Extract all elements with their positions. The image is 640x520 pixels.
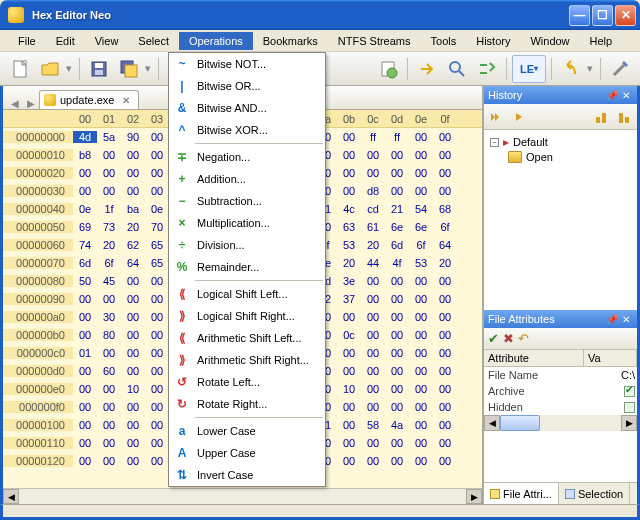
- panel-pin-icon[interactable]: 📌: [605, 90, 619, 101]
- attr-value[interactable]: [584, 386, 637, 397]
- save-all-button[interactable]: [115, 55, 143, 83]
- attr-tab-selection[interactable]: Selection: [559, 483, 630, 504]
- menu-item-multiplication[interactable]: ×Multiplication...: [169, 212, 325, 234]
- history-root-node[interactable]: − ▸ Default: [490, 134, 631, 150]
- hex-byte[interactable]: 00: [121, 293, 145, 305]
- hex-byte[interactable]: 00: [73, 419, 97, 431]
- hex-byte[interactable]: 00: [433, 275, 457, 287]
- hex-byte[interactable]: 00: [145, 149, 169, 161]
- hex-byte[interactable]: 00: [409, 383, 433, 395]
- hex-byte[interactable]: 00: [121, 329, 145, 341]
- hex-byte[interactable]: 00: [97, 455, 121, 467]
- menu-item-arithmetic-shift-left[interactable]: ⟪Arithmetic Shift Left...: [169, 327, 325, 349]
- menu-item-rotate-right[interactable]: ↻Rotate Right...: [169, 393, 325, 415]
- hex-byte[interactable]: 00: [73, 293, 97, 305]
- open-dropdown-arrow[interactable]: ▾: [66, 62, 74, 75]
- hex-byte[interactable]: 00: [145, 347, 169, 359]
- hex-byte[interactable]: 00: [409, 293, 433, 305]
- hex-byte[interactable]: 6e: [409, 221, 433, 233]
- goto-button[interactable]: [413, 55, 441, 83]
- replace-button[interactable]: [473, 55, 501, 83]
- hex-byte[interactable]: 00: [337, 149, 361, 161]
- hex-byte[interactable]: 00: [361, 311, 385, 323]
- hex-byte[interactable]: 00: [409, 131, 433, 143]
- hex-byte[interactable]: 00: [433, 293, 457, 305]
- hex-byte[interactable]: 00: [433, 383, 457, 395]
- hex-byte[interactable]: 00: [73, 185, 97, 197]
- hex-byte[interactable]: 00: [385, 329, 409, 341]
- hex-byte[interactable]: 00: [385, 293, 409, 305]
- hex-byte[interactable]: 00: [433, 329, 457, 341]
- hex-byte[interactable]: 00: [337, 437, 361, 449]
- hex-byte[interactable]: 00: [361, 149, 385, 161]
- hex-byte[interactable]: 20: [97, 239, 121, 251]
- hex-byte[interactable]: 00: [409, 329, 433, 341]
- hex-byte[interactable]: 00: [73, 455, 97, 467]
- hex-byte[interactable]: 4c: [337, 203, 361, 215]
- hex-byte[interactable]: 4a: [385, 419, 409, 431]
- hex-byte[interactable]: 00: [385, 347, 409, 359]
- menu-help[interactable]: Help: [580, 32, 623, 50]
- hex-byte[interactable]: 00: [385, 365, 409, 377]
- hex-byte[interactable]: 4f: [385, 257, 409, 269]
- hex-byte[interactable]: 69: [73, 221, 97, 233]
- hex-byte[interactable]: 00: [385, 167, 409, 179]
- hex-byte[interactable]: 00: [121, 437, 145, 449]
- attr-col-value[interactable]: Va: [584, 350, 637, 366]
- hex-byte[interactable]: 00: [433, 311, 457, 323]
- menu-item-bitwise-and[interactable]: &Bitwise AND...: [169, 97, 325, 119]
- hex-byte[interactable]: 00: [433, 419, 457, 431]
- hex-byte[interactable]: 01: [73, 347, 97, 359]
- tree-collapse-icon[interactable]: −: [490, 138, 499, 147]
- save-button[interactable]: [85, 55, 113, 83]
- menu-bookmarks[interactable]: Bookmarks: [253, 32, 328, 50]
- hex-byte[interactable]: 20: [361, 239, 385, 251]
- hex-byte[interactable]: 00: [409, 311, 433, 323]
- menu-ntfs-streams[interactable]: NTFS Streams: [328, 32, 421, 50]
- hex-byte[interactable]: 00: [145, 275, 169, 287]
- hex-byte[interactable]: 00: [385, 383, 409, 395]
- menu-item-addition[interactable]: +Addition...: [169, 168, 325, 190]
- menu-select[interactable]: Select: [128, 32, 179, 50]
- hex-byte[interactable]: 65: [145, 257, 169, 269]
- hex-byte[interactable]: 00: [97, 149, 121, 161]
- hex-byte[interactable]: 10: [337, 383, 361, 395]
- menu-item-arithmetic-shift-right[interactable]: ⟫Arithmetic Shift Right...: [169, 349, 325, 371]
- menu-item-logical-shift-right[interactable]: ⟫Logical Shift Right...: [169, 305, 325, 327]
- hex-byte[interactable]: 6f: [409, 239, 433, 251]
- hex-byte[interactable]: 73: [97, 221, 121, 233]
- menu-file[interactable]: File: [8, 32, 46, 50]
- menu-edit[interactable]: Edit: [46, 32, 85, 50]
- hex-byte[interactable]: 00: [337, 401, 361, 413]
- history-panel-header[interactable]: History 📌 ✕: [484, 86, 637, 104]
- hex-byte[interactable]: ba: [121, 203, 145, 215]
- hex-byte[interactable]: 00: [433, 185, 457, 197]
- hex-byte[interactable]: 00: [121, 419, 145, 431]
- hex-byte[interactable]: 00: [337, 185, 361, 197]
- hex-byte[interactable]: 00: [73, 437, 97, 449]
- hex-byte[interactable]: 00: [337, 455, 361, 467]
- file-attributes-panel-header[interactable]: File Attributes 📌 ✕: [484, 310, 637, 328]
- scroll-thumb[interactable]: [500, 415, 540, 431]
- hex-byte[interactable]: 00: [409, 419, 433, 431]
- menu-item-rotate-left[interactable]: ↺Rotate Left...: [169, 371, 325, 393]
- hex-byte[interactable]: 3e: [337, 275, 361, 287]
- hex-byte[interactable]: 63: [337, 221, 361, 233]
- hex-byte[interactable]: b8: [73, 149, 97, 161]
- hex-byte[interactable]: 00: [145, 185, 169, 197]
- hex-byte[interactable]: 00: [121, 185, 145, 197]
- byte-order-button[interactable]: LE▾: [512, 55, 546, 83]
- attr-row[interactable]: File NameC:\: [484, 367, 637, 383]
- hex-byte[interactable]: 00: [121, 149, 145, 161]
- hex-byte[interactable]: 64: [121, 257, 145, 269]
- hex-byte[interactable]: 00: [97, 347, 121, 359]
- menu-item-negation[interactable]: ∓Negation...: [169, 146, 325, 168]
- hex-byte[interactable]: 53: [409, 257, 433, 269]
- attr-checkmark-icon[interactable]: ✔: [488, 331, 499, 346]
- maximize-button[interactable]: ☐: [592, 5, 613, 26]
- menu-operations[interactable]: Operations: [179, 32, 253, 50]
- tab-nav-left[interactable]: ◀: [7, 98, 23, 109]
- attr-value[interactable]: [584, 402, 637, 413]
- scroll-right-arrow[interactable]: ▶: [466, 489, 482, 504]
- hex-byte[interactable]: 00: [145, 383, 169, 395]
